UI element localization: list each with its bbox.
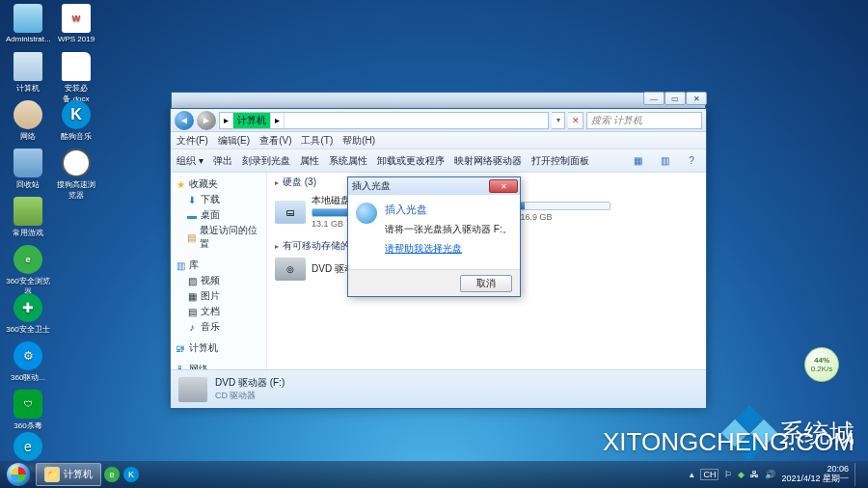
- tray-clock[interactable]: 20:06 2021/4/12 星期一: [781, 465, 849, 484]
- window-controls: — ▭ ✕: [643, 92, 707, 105]
- sidebar-recent[interactable]: ▤最近访问的位置: [173, 223, 264, 252]
- menu-help[interactable]: 帮助(H): [342, 134, 375, 148]
- sidebar-music[interactable]: ♪音乐: [173, 319, 264, 335]
- show-desktop-button[interactable]: [854, 463, 860, 486]
- dialog-titlebar[interactable]: 插入光盘 ✕: [348, 177, 520, 195]
- battery-widget[interactable]: 44% 0.2K/s: [804, 347, 839, 382]
- maximize-button[interactable]: ▭: [665, 92, 686, 105]
- desktop-icon-360browser[interactable]: e360安全浏览器: [6, 245, 50, 297]
- label: 文档: [201, 305, 220, 318]
- 360s-icon: ✚: [14, 293, 42, 322]
- forward-button[interactable]: ►: [197, 111, 216, 130]
- tray-lang[interactable]: CH: [700, 469, 719, 480]
- label: 计算机: [189, 341, 218, 355]
- label: 音乐: [201, 320, 220, 334]
- cmd-control-panel[interactable]: 打开控制面板: [531, 154, 589, 168]
- dialog-close-button[interactable]: ✕: [489, 179, 518, 193]
- sidebar-network[interactable]: 🖧网络: [173, 362, 264, 369]
- menu-file[interactable]: 文件(F): [176, 134, 208, 148]
- desktop-icon-network[interactable]: 网络: [6, 100, 50, 142]
- cmd-map-drive[interactable]: 映射网络驱动器: [454, 154, 522, 168]
- close-button[interactable]: ✕: [686, 92, 707, 105]
- desktop-icon-sogou[interactable]: 搜狗高速浏览器: [54, 149, 98, 201]
- tray-network-icon[interactable]: 🖧: [750, 470, 759, 479]
- minimize-button[interactable]: —: [643, 92, 665, 105]
- cmd-organize[interactable]: 组织 ▾: [176, 154, 203, 168]
- back-button[interactable]: ◄: [175, 111, 194, 130]
- menu-edit[interactable]: 编辑(E): [218, 134, 250, 148]
- recent-icon: ▤: [186, 231, 197, 243]
- label: 网络: [189, 363, 208, 369]
- tray-volume-icon[interactable]: 🔊: [765, 470, 775, 479]
- label: 计算机: [64, 468, 93, 481]
- sidebar-libraries[interactable]: ▥库: [173, 258, 264, 273]
- tray-shield-icon[interactable]: ◆: [738, 470, 745, 479]
- computer-icon: [14, 52, 42, 81]
- sidebar-computer[interactable]: 🖳计算机: [173, 340, 264, 356]
- icon-label: 计算机: [16, 84, 40, 93]
- 360b-icon: e: [14, 245, 42, 274]
- icon-label: Administrat...: [6, 35, 51, 43]
- command-bar: 组织 ▾ 弹出 刻录到光盘 属性 系统属性 卸载或更改程序 映射网络驱动器 打开…: [171, 149, 706, 173]
- cmd-uninstall[interactable]: 卸载或更改程序: [377, 154, 445, 168]
- desktop-icon-wps[interactable]: WWPS 2019: [54, 4, 98, 43]
- icon-label: 搜狗高速浏览器: [57, 180, 95, 200]
- desktop-icon-recycle[interactable]: 回收站: [6, 149, 50, 190]
- desktop-icon-360dr[interactable]: ⚙360驱动...: [6, 341, 50, 383]
- menu-view[interactable]: 查看(V): [259, 134, 291, 148]
- cmd-properties[interactable]: 属性: [300, 154, 319, 168]
- address-bar[interactable]: ▸ 计算机 ▸: [219, 112, 549, 129]
- view-icons-button[interactable]: ▦: [629, 153, 646, 169]
- sidebar-documents[interactable]: ▤文档: [173, 304, 264, 319]
- dialog-title: 插入光盘: [352, 179, 391, 193]
- net-rate: 0.2K/s: [811, 365, 833, 373]
- date: 2021/4/12 星期一: [781, 474, 849, 484]
- sidebar-videos[interactable]: ▧视频: [173, 273, 264, 288]
- docx-icon: [62, 52, 91, 81]
- addr-clear[interactable]: ✕: [568, 112, 583, 129]
- addr-seg[interactable]: ▸: [220, 113, 233, 128]
- nav-bar: ◄ ► ▸ 计算机 ▸ ▾ ✕ 搜索 计算机: [171, 109, 706, 132]
- dialog-help-link[interactable]: 请帮助我选择光盘: [385, 243, 462, 254]
- desktop-icon-computer[interactable]: 计算机: [6, 52, 50, 94]
- preview-pane-button[interactable]: ▥: [656, 153, 673, 169]
- sidebar-desktop[interactable]: ▬桌面: [173, 207, 264, 223]
- addr-dropdown[interactable]: ▾: [552, 112, 565, 129]
- dialog-footer: 取消: [348, 269, 520, 296]
- 360d-icon: ⚙: [14, 341, 42, 370]
- addr-seg[interactable]: ▸: [271, 113, 285, 128]
- help-button[interactable]: ?: [683, 153, 700, 169]
- desktop-icon-docx[interactable]: 安装必备.docx: [54, 52, 98, 104]
- library-icon: ▥: [175, 259, 186, 271]
- dialog-body: 插入光盘 请将一张光盘插入驱动器 F:。 请帮助我选择光盘: [348, 195, 520, 269]
- start-button[interactable]: [2, 462, 35, 487]
- addr-seg-current[interactable]: 计算机: [233, 113, 271, 128]
- sidebar-downloads[interactable]: ⬇下载: [173, 192, 264, 207]
- cmd-system-properties[interactable]: 系统属性: [329, 154, 367, 168]
- search-input[interactable]: 搜索 计算机: [586, 112, 702, 129]
- menu-tools[interactable]: 工具(T): [301, 134, 333, 148]
- desktop-icon-admin[interactable]: Administrat...: [6, 4, 50, 43]
- taskbar-kugou-icon[interactable]: K: [123, 467, 139, 482]
- game-icon: [14, 197, 42, 226]
- taskbar-360-icon[interactable]: e: [104, 467, 120, 482]
- sidebar-favorites[interactable]: ★收藏夹: [173, 176, 264, 192]
- desktop-icon-360sd[interactable]: 🛡360杀毒: [6, 390, 50, 431]
- taskbar-item-explorer[interactable]: 📁计算机: [36, 463, 101, 486]
- tray-flag-icon[interactable]: ⚐: [724, 470, 732, 479]
- details-title: DVD 驱动器 (F:): [215, 376, 285, 390]
- cmd-eject[interactable]: 弹出: [213, 154, 232, 168]
- icon-label: 常用游戏: [13, 229, 43, 237]
- cmd-burn[interactable]: 刻录到光盘: [242, 154, 290, 168]
- star-icon: ★: [175, 178, 186, 190]
- desktop-icon-kugou[interactable]: K酷狗音乐: [54, 100, 98, 142]
- desktop-icon-360ws[interactable]: ✚360安全卫士: [6, 293, 50, 335]
- menu-bar: 文件(F) 编辑(E) 查看(V) 工具(T) 帮助(H): [171, 132, 706, 149]
- details-sub: CD 驱动器: [215, 390, 285, 402]
- desktop-icon-games[interactable]: 常用游戏: [6, 197, 50, 238]
- cancel-button[interactable]: 取消: [460, 275, 512, 292]
- tray-show-hidden[interactable]: ▴: [690, 470, 694, 479]
- label: 最近访问的位置: [200, 224, 262, 251]
- dvd-icon: ◎: [275, 258, 306, 281]
- sidebar-pictures[interactable]: ▦图片: [173, 288, 264, 304]
